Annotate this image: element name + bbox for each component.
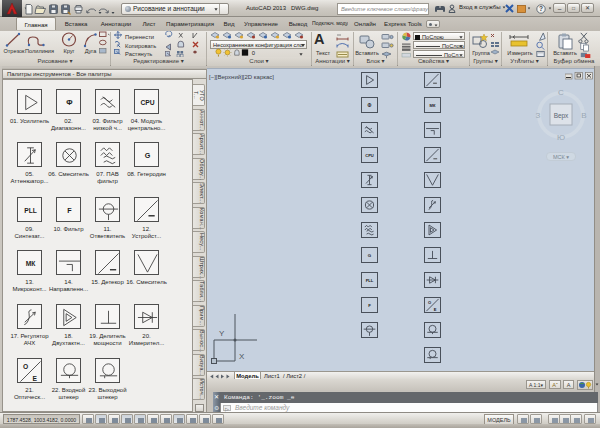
svg-text:F: F <box>368 303 371 308</box>
svg-text:O: O <box>428 300 431 305</box>
svg-text:С: С <box>558 88 564 97</box>
svg-text:Ю: Ю <box>557 133 565 142</box>
svg-text:0: 0 <box>252 50 256 56</box>
svg-text:E: E <box>434 307 437 312</box>
svg-text:В: В <box>581 111 586 120</box>
svg-text:Φ: Φ <box>368 103 372 108</box>
svg-text:?: ? <box>539 5 543 12</box>
svg-text:Верх: Верх <box>554 112 569 120</box>
svg-text:З: З <box>536 111 541 120</box>
svg-text:G: G <box>368 253 372 258</box>
svg-text:Y: Y <box>219 329 225 338</box>
svg-text:PLL: PLL <box>366 278 374 283</box>
svg-text:CPU: CPU <box>365 153 374 158</box>
svg-text:МК: МК <box>430 103 436 108</box>
svg-text:X: X <box>239 352 245 361</box>
